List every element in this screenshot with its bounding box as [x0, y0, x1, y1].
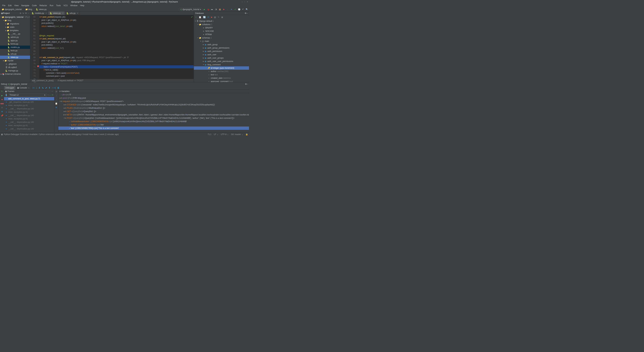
menu-help[interactable]: Help	[79, 4, 86, 7]
caret-position[interactable]: 71:1	[208, 133, 212, 136]
db-sync-icon[interactable]: ⟳	[208, 16, 209, 18]
profile-icon[interactable]: ◔	[215, 8, 217, 10]
run-config-selector[interactable]: dj djangogirls_tutorial ▾	[179, 8, 202, 11]
status-sidebar-icon[interactable]: ▣	[1, 133, 3, 136]
project-tree[interactable]: ▼📁djangogirls_tutorial ~/Pycharm ▼📁blog …	[0, 15, 30, 82]
stop-icon[interactable]: ■	[222, 8, 225, 10]
close-icon[interactable]: ×	[46, 12, 47, 14]
debug-button-icon[interactable]: 🐞	[207, 8, 210, 10]
menu-tools[interactable]: Tools	[55, 4, 62, 7]
db-copy-icon[interactable]: 📋	[199, 16, 201, 18]
chevron-down-icon: ▾	[200, 8, 201, 10]
mute-bp-icon[interactable]: ⊘	[1, 106, 3, 109]
db-stop-icon[interactable]: ■	[211, 16, 212, 18]
concurrency-icon[interactable]: ▦	[219, 8, 221, 10]
breadcrumb-dir[interactable]: 📁 blog	[25, 8, 33, 10]
lock-icon[interactable]: 🔒	[246, 133, 248, 136]
line-numbers: 55565758 59606162 63646566 67686970 7172…	[30, 15, 37, 79]
encoding[interactable]: UTF-8 ⌄	[221, 133, 229, 136]
search-icon[interactable]: 🔍	[246, 8, 248, 10]
tab-models[interactable]: 🐍models.py×	[30, 11, 48, 15]
breakpoint-icon[interactable]	[37, 65, 39, 67]
breakpoints-icon[interactable]: ◉◉	[0, 102, 4, 105]
close-icon[interactable]: ×	[77, 12, 78, 14]
prev-frame-icon[interactable]: ↑	[48, 94, 48, 96]
update-icon[interactable]: ✦	[230, 8, 232, 10]
db-edit-icon[interactable]: ✎	[218, 16, 220, 18]
menu-code[interactable]: Code	[31, 4, 38, 7]
menu-run[interactable]: Run	[48, 4, 54, 7]
tab-debugger[interactable]: Debugger	[4, 86, 16, 90]
breadcrumb-root[interactable]: 📁 djangogirls_tutorial	[1, 8, 22, 10]
show-exec-point-icon[interactable]: ↦	[32, 86, 34, 89]
git-branch[interactable]: Git: master ⌄	[231, 133, 243, 136]
window-minimize[interactable]: –	[242, 1, 243, 3]
project-header: Project	[3, 12, 10, 14]
debug-gear-icon[interactable]: ⚙	[245, 83, 247, 85]
menu-navigate[interactable]: Navigate	[20, 4, 30, 7]
tree-file-views: 🐍views.py	[0, 56, 30, 59]
resume-icon[interactable]: ▶	[1, 94, 3, 97]
variables-label: Variables	[61, 90, 70, 92]
step-into-icon[interactable]: ⬇	[38, 86, 40, 89]
db-refresh-icon[interactable]: 🔄	[203, 16, 206, 18]
gutter-marks[interactable]	[37, 15, 39, 79]
breadcrumb-file[interactable]: 🐍 views.py	[35, 8, 47, 10]
revert-icon[interactable]: ↶	[242, 8, 244, 10]
step-out-icon[interactable]: ⬆	[48, 86, 50, 89]
menu-edit[interactable]: Edit	[7, 4, 13, 7]
db-table-icon[interactable]: ▦	[214, 16, 216, 18]
coverage-icon[interactable]: ▸▸	[211, 8, 213, 10]
menu-vcs[interactable]: VCS	[62, 4, 69, 7]
thread-selector[interactable]: Thread-12▾	[8, 93, 46, 97]
debug-config-icon: dj	[8, 83, 10, 85]
db-hide-icon[interactable]: −	[246, 12, 248, 14]
var-text-row: ▫'text' (139923458827856) = {str} 'This …	[58, 127, 249, 130]
history-icon[interactable]: 🕘	[238, 8, 240, 10]
menu-refactor[interactable]: Refactor	[38, 4, 48, 7]
collapse-all-icon[interactable]: ⇲	[22, 12, 24, 14]
force-step-icon[interactable]: ⬈	[45, 86, 47, 89]
watches-icon[interactable]: 👁	[55, 106, 58, 109]
run-to-cursor-icon[interactable]: ⟶|	[52, 86, 56, 89]
stop-debug-icon[interactable]: ■	[1, 98, 2, 101]
tab-views[interactable]: 🐍views.py×	[48, 11, 65, 15]
restore-icon[interactable]: ⟲	[52, 94, 53, 96]
window-close[interactable]: ×	[247, 1, 248, 3]
code-editor[interactable]: ✔ def post_publish(request, pk): post = …	[39, 15, 194, 79]
menu-bar: File Edit View Navigate Code Refactor Ru…	[0, 4, 249, 7]
close-icon[interactable]: ×	[62, 12, 64, 14]
debug-hide-icon[interactable]: −	[247, 83, 248, 85]
tab-console[interactable]: ▣Console→	[16, 86, 31, 90]
db-gear-icon[interactable]: ⚙	[245, 12, 246, 14]
window-maximize[interactable]: ▫	[244, 1, 245, 3]
sep-icon: |	[226, 8, 229, 10]
line-ending[interactable]: LF ⌄	[214, 133, 218, 136]
db-console-icon[interactable]: ▣	[221, 16, 223, 18]
step-into-my-icon[interactable]: ⬊	[42, 86, 44, 89]
run-button-icon[interactable]: ▶	[203, 8, 206, 10]
scroll-from-source-icon[interactable]: ⊕	[20, 12, 21, 14]
tab-urls[interactable]: 🐍urls.py×	[65, 11, 80, 15]
commit-icon[interactable]: ✔	[234, 8, 236, 10]
hide-icon[interactable]: −	[28, 12, 29, 14]
db-add-icon[interactable]: ＋	[195, 15, 197, 18]
project-tool-button[interactable]: ▣	[1, 12, 3, 14]
menu-file[interactable]: File	[1, 4, 6, 7]
add-watch-icon[interactable]: ↑	[56, 94, 57, 97]
next-frame-icon[interactable]: ↓	[50, 94, 50, 96]
current-exec-line: form = CommentForm(request.POST)	[39, 65, 194, 68]
pin-icon[interactable]: 📌	[1, 114, 3, 117]
remove-watch-icon[interactable]: ↓	[56, 98, 57, 101]
menu-window[interactable]: Window	[69, 4, 79, 7]
copy-icon[interactable]: 📋	[55, 102, 58, 105]
settings-icon[interactable]: ⚙	[1, 110, 3, 113]
menu-view[interactable]: View	[13, 4, 20, 7]
rerun-icon[interactable]: ↻	[1, 90, 3, 93]
gear-icon[interactable]: ⚙	[25, 12, 27, 14]
step-over-icon[interactable]: ⤵	[36, 86, 37, 89]
editor-breadcrumb[interactable]: add_comment_to_post()〉if request.method …	[30, 79, 194, 82]
frame-row[interactable]: 🔹add_comment_to_post, views.py:71	[4, 97, 54, 100]
restore-layout-icon[interactable]: ⊞	[56, 90, 57, 93]
eval-expression-icon[interactable]: 🖩	[57, 86, 60, 89]
